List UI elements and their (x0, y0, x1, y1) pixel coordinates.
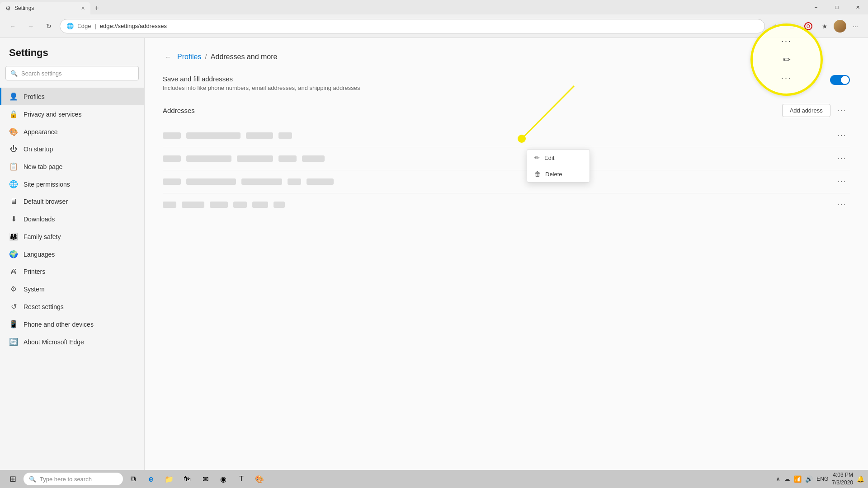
toggle-label: Save and fill addresses (163, 75, 360, 83)
sidebar-label-privacy: Privacy and services (24, 111, 81, 118)
toggle-description: Includes info like phone numbers, email … (163, 84, 360, 91)
tray-volume[interactable]: 🔊 (805, 475, 813, 483)
sidebar-label-languages: Languages (24, 251, 55, 258)
sidebar-item-phone[interactable]: 📱 Phone and other devices (0, 315, 144, 333)
address-more-button-2[interactable]: ··· (834, 153, 850, 164)
save-addresses-toggle[interactable] (830, 75, 850, 85)
sidebar-item-appearance[interactable]: 🎨 Appearance (0, 123, 144, 141)
store-taskbar-icon[interactable]: 🛍 (179, 471, 195, 487)
sidebar-label-profiles: Profiles (24, 93, 45, 100)
sidebar-item-site-permissions[interactable]: 🌐 Site permissions (0, 175, 144, 193)
close-button[interactable]: ✕ (847, 0, 868, 14)
address-detail-blur-2 (237, 155, 273, 162)
zoom-dots-bottom[interactable]: ··· (781, 73, 792, 83)
sidebar-item-family-safety[interactable]: 👨‍👩‍👧 Family safety (0, 228, 144, 245)
tab-bar: ⚙ Settings ✕ + (0, 0, 103, 14)
clock-date: 7/3/2020 (832, 479, 853, 487)
address-separator: | (94, 23, 96, 29)
address-bar[interactable]: 🌐 Edge | edge://settings/addresses (60, 19, 765, 33)
rewards-button[interactable]: ★ (817, 19, 832, 33)
files-taskbar-icon[interactable]: 📁 (161, 471, 177, 487)
context-menu-delete[interactable]: 🗑 Delete (527, 166, 590, 182)
back-button[interactable]: ← (5, 19, 20, 33)
notification-icon[interactable]: 🔔 (857, 475, 864, 483)
site-permissions-icon: 🌐 (9, 180, 18, 188)
sidebar-item-about[interactable]: 🔄 About Microsoft Edge (0, 333, 144, 351)
system-icon: ⚙ (9, 285, 18, 293)
tray-network[interactable]: 📶 (794, 475, 802, 483)
sidebar-item-profiles[interactable]: 👤 Profiles (0, 88, 144, 105)
sidebar-item-on-startup[interactable]: ⏻ On startup (0, 141, 144, 158)
lang-label: ENG (816, 476, 828, 482)
address-detail3-blur-3 (307, 178, 334, 185)
tab-close-button[interactable]: ✕ (81, 5, 85, 11)
sidebar-label-reset: Reset settings (24, 303, 64, 310)
address-icon-blur-4 (163, 202, 176, 208)
minimize-button[interactable]: − (806, 0, 826, 14)
breadcrumb-back-button[interactable]: ← (163, 52, 174, 62)
sidebar-item-printers[interactable]: 🖨 Printers (0, 263, 144, 280)
sidebar-item-default-browser[interactable]: 🖥 Default browser (0, 193, 144, 210)
address-name-blur-3 (186, 178, 236, 185)
sidebar: Settings 🔍 Search settings 👤 Profiles 🔒 … (0, 38, 145, 470)
sidebar-item-downloads[interactable]: ⬇ Downloads (0, 210, 144, 228)
search-settings-box[interactable]: 🔍 Search settings (5, 66, 139, 80)
breadcrumb-profiles-link[interactable]: Profiles (177, 53, 201, 61)
profile-avatar[interactable] (834, 20, 846, 33)
refresh-button[interactable]: ↻ (42, 19, 56, 33)
sidebar-item-system[interactable]: ⚙ System (0, 280, 144, 298)
more-options-button[interactable]: ··· (848, 19, 863, 33)
new-tab-button[interactable]: + (90, 2, 103, 14)
start-button[interactable]: ⊞ (4, 470, 22, 488)
app-taskbar-icon[interactable]: 🎨 (251, 471, 268, 487)
sidebar-item-privacy[interactable]: 🔒 Privacy and services (0, 105, 144, 123)
search-taskbar-placeholder: Type here to search (40, 476, 92, 483)
tray-chevron[interactable]: ∧ (776, 475, 780, 483)
edge-taskbar-icon[interactable]: e (143, 471, 159, 487)
address-name-blur-2 (186, 155, 231, 162)
sidebar-label-family-safety: Family safety (24, 233, 61, 240)
address-more-button-1[interactable]: ··· (834, 130, 850, 141)
sidebar-label-site-permissions: Site permissions (24, 181, 70, 188)
add-address-label: Add address (790, 107, 823, 114)
zoom-dots-top[interactable]: ··· (781, 37, 792, 46)
sidebar-label-new-tab: New tab page (24, 163, 62, 170)
context-menu-edit[interactable]: ✏ Edit (527, 150, 590, 166)
yellow-pointer-dot (518, 135, 526, 143)
sidebar-item-reset[interactable]: ↺ Reset settings (0, 298, 144, 315)
address-more-button-3[interactable]: ··· (834, 176, 850, 188)
profiles-icon: 👤 (9, 92, 18, 101)
address-detail-blur-1 (246, 132, 273, 139)
languages-icon: 🌍 (9, 250, 18, 258)
taskbar-search[interactable]: 🔍 Type here to search (24, 473, 123, 485)
zoom-edit-icon: ✏ (783, 54, 791, 65)
phone-icon: 📱 (9, 320, 18, 328)
clock: 4:03 PM 7/3/2020 (832, 471, 853, 487)
sidebar-label-printers: Printers (24, 268, 45, 275)
breadcrumb-separator: / (205, 53, 207, 61)
address-detail3-blur-4 (252, 202, 268, 208)
delete-icon: 🗑 (534, 170, 541, 178)
maximize-button[interactable]: □ (826, 0, 847, 14)
context-menu: ✏ Edit 🗑 Delete (527, 149, 590, 183)
teams-taskbar-icon[interactable]: T (233, 471, 250, 487)
task-view-button[interactable]: ⧉ (125, 471, 141, 487)
address-more-button-4[interactable]: ··· (834, 199, 850, 211)
active-tab[interactable]: ⚙ Settings ✕ (0, 2, 90, 14)
sidebar-item-new-tab[interactable]: 📋 New tab page (0, 158, 144, 175)
downloads-icon: ⬇ (9, 215, 18, 223)
add-address-button[interactable]: Add address (782, 104, 830, 117)
tray-onedrive[interactable]: ☁ (784, 475, 790, 483)
sidebar-item-languages[interactable]: 🌍 Languages (0, 245, 144, 263)
mail-taskbar-icon[interactable]: ✉ (197, 471, 213, 487)
toggle-text: Save and fill addresses Includes info li… (163, 75, 360, 91)
about-icon: 🔄 (9, 338, 18, 346)
address-info-2 (163, 155, 325, 162)
addresses-more-button[interactable]: ··· (834, 105, 850, 117)
search-taskbar-icon: 🔍 (29, 476, 36, 483)
sidebar-label-default-browser: Default browser (24, 198, 68, 205)
chrome-taskbar-icon[interactable]: ◉ (215, 471, 231, 487)
forward-button[interactable]: → (24, 19, 38, 33)
address-name-blur-1 (186, 132, 241, 139)
edit-icon: ✏ (534, 154, 540, 161)
